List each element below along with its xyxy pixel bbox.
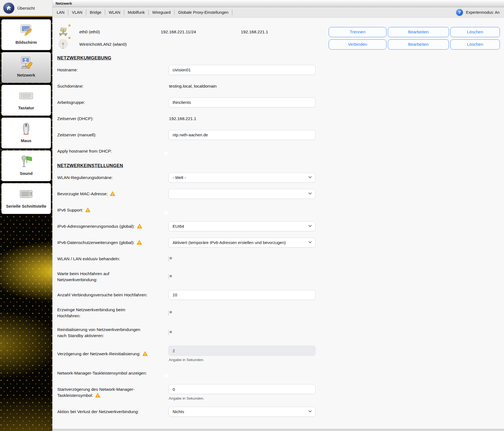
field-label: Startverzögerung des Network-Manager- Ta… bbox=[57, 386, 164, 398]
chevron-down-icon bbox=[308, 224, 312, 229]
tab-mobilfunk[interactable]: Mobilfunk bbox=[124, 10, 148, 15]
chevron-down-icon bbox=[308, 240, 312, 245]
form-row-warte-hochfahren: Warte beim Hochfahren auf Netzwerkverbin… bbox=[57, 267, 500, 287]
expert-mode-label: Expertenmodus: An bbox=[466, 10, 500, 15]
form-row-bevorzugte-mac: Bevorzugte MAC-Adresse: bbox=[57, 186, 500, 202]
overview-label: Übersicht bbox=[17, 6, 35, 10]
field-label: Bevorzugte MAC-Adresse: bbox=[57, 191, 164, 197]
field-label: Reinitialisierung von Netzwerkverbindung… bbox=[57, 327, 164, 338]
interface-row-eth0: * eth0 (eth0) 192.168.221.11/24 192.168.… bbox=[57, 26, 500, 38]
field-label: Warte beim Hochfahren auf Netzwerkverbin… bbox=[57, 271, 164, 283]
form-row-wlan-lan-exklusiv: WLAN / LAN exklusiv behandeln: bbox=[57, 251, 500, 267]
disconnect-button[interactable]: Trennen bbox=[329, 27, 386, 37]
interface-name: eth0 (eth0) bbox=[70, 29, 161, 34]
network-icon bbox=[18, 52, 34, 74]
preferred-mac-select[interactable] bbox=[168, 189, 315, 199]
interface-name: WintrichsWLAN2 (wlan0) bbox=[70, 42, 161, 47]
nm-tray-delay-input[interactable] bbox=[168, 384, 315, 394]
tab-wlan[interactable]: WLAN bbox=[105, 10, 124, 15]
reinit-after-standby-toggle[interactable] bbox=[168, 330, 169, 335]
search-domain-value: testing.local, localdomain bbox=[168, 84, 217, 88]
tab-vlan[interactable]: VLAN bbox=[68, 10, 86, 15]
wlan-regulatory-select[interactable]: - Welt - bbox=[168, 173, 315, 183]
gold-divider bbox=[0, 16, 52, 17]
sidebar-item-tastatur[interactable]: Tastatur bbox=[1, 85, 51, 116]
edit-button[interactable]: Bearbeiten bbox=[388, 27, 449, 37]
tab-lan[interactable]: LAN bbox=[53, 10, 68, 15]
sound-icon bbox=[19, 151, 34, 172]
form-row-ipv6-datenschutzerweiterungen: IPv6-Datenschutzerweiterungen (global): … bbox=[57, 234, 500, 251]
reinit-delay-input bbox=[168, 346, 315, 356]
field-label: Aktion bei Verlust der Netzwerkverbindun… bbox=[57, 409, 164, 415]
sidebar-item-serielle-schnittstelle[interactable]: Serielle Schnittstelle bbox=[1, 183, 51, 214]
field-hint: Angabe in Sekunden. bbox=[168, 396, 315, 400]
form-row-ipv6-adressgenerierungsmodus: IPv6-Adressgenerierungsmodus (global): E… bbox=[57, 218, 500, 234]
sidebar-item-overview[interactable]: Übersicht bbox=[0, 0, 52, 16]
sidebar-item-label: Maus bbox=[21, 138, 31, 143]
form-row-ipv6-support: IPv6 Support: bbox=[57, 202, 500, 218]
force-network-boot-toggle[interactable] bbox=[168, 310, 169, 315]
warning-icon bbox=[137, 224, 142, 229]
form-row-arbeitsgruppe: Arbeitsgruppe: bbox=[57, 94, 500, 110]
sidebar-item-maus[interactable]: Maus bbox=[1, 118, 51, 148]
timeserver-manual-input[interactable] bbox=[168, 130, 315, 140]
ipv6-privacy-select[interactable]: Aktiviert (temporäre IPv6-Adressen erste… bbox=[168, 238, 315, 248]
connect-button[interactable]: Verbinden bbox=[329, 39, 386, 50]
sidebar-item-label: Netzwerk bbox=[17, 73, 35, 77]
bottom-edge bbox=[53, 429, 504, 431]
tab-globale-proxy-einstellungen[interactable]: Globale Proxy-Einstellungen bbox=[175, 10, 232, 15]
form-row-verzoegerung-reinitialisierung: Verzögerung der Netzwerk-Reinitialisieru… bbox=[57, 343, 500, 365]
sidebar-item-label: Sound bbox=[20, 171, 33, 176]
interface-gateway: 192.168.221.1 bbox=[241, 29, 329, 34]
form-row-nm-taskleistensymbol: Network-Manager-Taskleistensymbol anzeig… bbox=[57, 365, 500, 381]
new-marker: * bbox=[68, 23, 71, 30]
warning-icon bbox=[85, 207, 91, 212]
field-label: Arbeitsgruppe: bbox=[57, 99, 164, 105]
delete-button[interactable]: Löschen bbox=[450, 27, 500, 37]
field-label: Verzögerung der Netzwerk-Reinitialisieru… bbox=[57, 351, 164, 357]
page-title: Netzwerk bbox=[56, 1, 72, 6]
form-row-aktion-verlust: Aktion bei Verlust der Netzwerkverbindun… bbox=[57, 403, 500, 420]
sidebar-nav: Bildschirm Netzwerk bbox=[0, 19, 52, 214]
chevron-down-icon bbox=[308, 191, 312, 196]
field-label: IPv6 Support: bbox=[57, 207, 164, 213]
interface-list: * eth0 (eth0) 192.168.221.11/24 192.168.… bbox=[57, 26, 500, 50]
help-icon[interactable]: ? bbox=[456, 9, 463, 16]
form-row-reinitialisierung-standby: Reinitialisierung von Netzwerkverbindung… bbox=[57, 323, 500, 343]
sidebar-item-label: Serielle Schnittstelle bbox=[6, 204, 47, 208]
interface-row-wlan0: * WintrichsWLAN2 (wlan0) Verbinden Bearb… bbox=[57, 38, 500, 50]
form-row-verbindungsversuche: Anzahl Verbindungsversuche beim Hochfahr… bbox=[57, 287, 500, 303]
tab-bar: LAN VLAN Bridge WLAN Mobilfunk Wireguard… bbox=[53, 7, 504, 18]
wait-network-boot-toggle[interactable] bbox=[168, 274, 169, 279]
tab-wireguard[interactable]: Wireguard bbox=[149, 10, 174, 15]
connection-attempts-input[interactable] bbox=[168, 290, 315, 300]
sidebar-item-sound[interactable]: Sound bbox=[1, 150, 51, 181]
field-label: Hostname: bbox=[57, 67, 164, 73]
sidebar-item-netzwerk[interactable]: Netzwerk bbox=[1, 52, 51, 83]
new-marker: * bbox=[68, 36, 71, 42]
warning-icon bbox=[137, 240, 142, 245]
sidebar: Übersicht Bildschirm bbox=[0, 0, 52, 431]
hostname-input[interactable] bbox=[168, 65, 315, 75]
section-title-netzwerkeinstellungen: NETZWERKEINSTELLUNGEN bbox=[57, 163, 500, 168]
field-label: IPv6-Adressgenerierungsmodus (global): bbox=[57, 223, 164, 229]
workgroup-input[interactable] bbox=[168, 97, 315, 107]
field-label: Suchdomäne: bbox=[57, 83, 164, 89]
connection-loss-action-select[interactable]: Nichts bbox=[168, 407, 315, 417]
ipv6-address-mode-select[interactable]: EUI64 bbox=[168, 221, 315, 231]
warning-icon bbox=[110, 191, 115, 196]
sidebar-item-bildschirm[interactable]: Bildschirm bbox=[1, 19, 51, 50]
edit-button[interactable]: Bearbeiten bbox=[388, 39, 449, 50]
delete-button[interactable]: Löschen bbox=[450, 39, 500, 50]
serial-port-icon bbox=[18, 183, 34, 205]
section-title-netzwerkumgebung: NETZWERKUMGEBUNG bbox=[57, 55, 500, 61]
interface-ip: 192.168.221.11/24 bbox=[161, 29, 241, 34]
tab-bridge[interactable]: Bridge bbox=[86, 10, 105, 15]
field-hint: Angabe in Sekunden. bbox=[168, 358, 315, 362]
field-label: WLAN-Regulierungsdomäne: bbox=[57, 175, 164, 181]
wlan-lan-exclusive-toggle[interactable] bbox=[168, 256, 169, 261]
timeserver-dhcp-value: 192.168.221.1 bbox=[168, 116, 196, 121]
field-label: Zeitserver (manuell): bbox=[57, 132, 164, 138]
page-title-bar: Netzwerk bbox=[53, 0, 504, 7]
form-row-zeitserver-dhcp: Zeitserver (DHCP): 192.168.221.1 bbox=[57, 110, 500, 127]
